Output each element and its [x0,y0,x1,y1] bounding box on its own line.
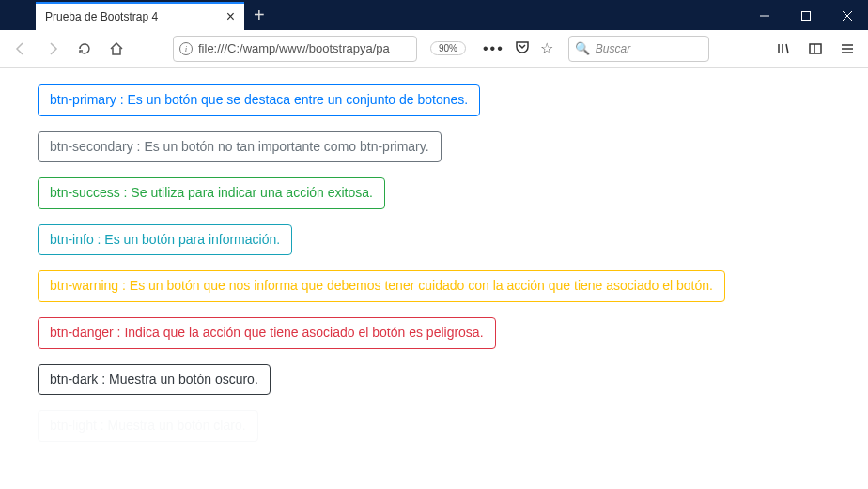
window-maximize-button[interactable] [785,2,827,30]
window-minimize-button[interactable] [744,2,785,30]
reload-button[interactable] [71,36,98,62]
btn-light[interactable]: btn-light : Muestra un botón claro. [38,410,258,442]
search-box[interactable]: 🔍 Buscar [568,36,709,62]
page-actions-icon[interactable]: ••• [483,40,504,57]
info-icon: i [179,42,193,55]
svg-rect-1 [802,12,811,21]
search-icon: 🔍 [575,41,590,55]
window-close-button[interactable] [827,2,868,30]
btn-secondary[interactable]: btn-secondary : Es un botón no tan impor… [38,131,442,163]
menu-icon[interactable] [834,36,860,62]
btn-info[interactable]: btn-info : Es un botón para información. [38,224,292,256]
bookmark-star-icon[interactable]: ☆ [540,39,553,57]
page-content: btn-primary : Es un botón que se destaca… [0,68,868,468]
browser-toolbar: i file:///C:/wamp/www/bootstrapya/pa 90%… [0,30,868,68]
url-text: file:///C:/wamp/www/bootstrapya/pa [198,41,411,55]
search-placeholder: Buscar [596,42,630,55]
url-bar[interactable]: i file:///C:/wamp/www/bootstrapya/pa [173,36,417,62]
btn-success[interactable]: btn-success : Se utiliza para indicar un… [38,177,385,209]
zoom-badge[interactable]: 90% [430,41,466,55]
home-button[interactable] [103,36,130,62]
library-icon[interactable] [770,36,797,62]
sidebar-icon[interactable] [802,36,829,62]
btn-primary[interactable]: btn-primary : Es un botón que se destaca… [38,84,480,116]
svg-rect-7 [810,44,821,53]
new-tab-button[interactable]: + [254,5,265,26]
btn-warning[interactable]: btn-warning : Es un botón que nos inform… [38,270,725,302]
btn-danger[interactable]: btn-danger : Indica que la acción que ti… [38,317,496,349]
back-button[interactable] [8,36,34,62]
browser-titlebar: Prueba de Bootstrap 4 × + [0,0,868,30]
browser-tab[interactable]: Prueba de Bootstrap 4 × [36,2,244,30]
btn-dark[interactable]: btn-dark : Muestra un botón oscuro. [38,364,271,396]
forward-button[interactable] [39,36,66,62]
close-tab-icon[interactable]: × [226,8,235,25]
svg-line-6 [786,44,788,53]
tab-title: Prueba de Bootstrap 4 [45,10,219,23]
pocket-icon[interactable] [514,39,531,58]
